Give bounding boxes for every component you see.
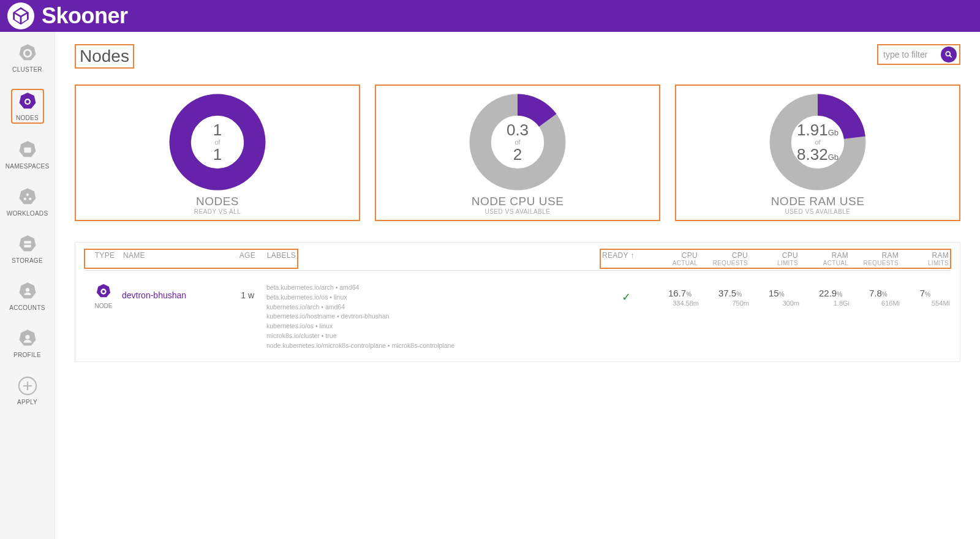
- cpu-limits: 15%300m: [749, 283, 799, 307]
- th-name[interactable]: NAME: [123, 251, 216, 266]
- svg-point-9: [25, 335, 29, 339]
- logo[interactable]: Skooner: [7, 2, 128, 29]
- cpu-requests: 37.5%750m: [699, 283, 749, 307]
- metric-card-ram: 1.91Gb of 8.32Gb NODE RAM USE USED VS AV…: [675, 85, 960, 221]
- node-icon: [95, 283, 112, 300]
- workload-icon: [17, 187, 38, 208]
- sidebar-item-apply[interactable]: APPLY: [11, 374, 44, 407]
- ram-actual: 22.9%1.8Gi: [799, 283, 850, 307]
- th-ready[interactable]: READY ↑: [602, 251, 647, 266]
- profile-icon: [17, 328, 38, 349]
- node-icon: [17, 91, 38, 112]
- svg-line-14: [949, 55, 951, 57]
- sidebar-item-namespaces[interactable]: NAMESPACES: [11, 138, 44, 171]
- card-title: NODE RAM USE: [771, 195, 865, 208]
- filter-search-button[interactable]: [941, 47, 957, 62]
- th-ram-limits[interactable]: RAMLIMITS: [899, 251, 949, 266]
- table-header: TYPE NAME AGE LABELS READY ↑ CPUACTUAL C…: [85, 251, 950, 271]
- th-ram-requests[interactable]: RAMREQUESTS: [848, 251, 899, 266]
- svg-rect-6: [24, 241, 31, 243]
- th-age[interactable]: AGE: [216, 251, 255, 266]
- sidebar-item-accounts[interactable]: ACCOUNTS: [11, 280, 44, 312]
- th-cpu-requests[interactable]: CPUREQUESTS: [698, 251, 748, 266]
- table-row: NODE devtron-bhushan 1 w beta.kubernetes…: [85, 283, 950, 350]
- node-name-link[interactable]: devtron-bhushan: [122, 283, 215, 300]
- account-icon: [17, 281, 38, 302]
- node-age: 1 w: [215, 283, 254, 300]
- card-subtitle: USED VS AVAILABLE: [484, 208, 550, 215]
- th-type[interactable]: TYPE: [86, 251, 123, 266]
- sidebar: CLUSTER NODES NAMESPACES WORKLOADS: [0, 32, 55, 539]
- donut-cpu: 0.3 of 2: [469, 93, 567, 191]
- storage-icon: [17, 234, 38, 255]
- th-ram-actual[interactable]: RAMACTUAL: [798, 251, 848, 266]
- cpu-actual: 16.7%334.58m: [649, 283, 699, 307]
- card-title: NODE CPU USE: [472, 195, 564, 208]
- donut-nodes: 1 of 1: [168, 93, 266, 191]
- filter-box: [877, 44, 960, 65]
- ram-limits: 7%554Mi: [900, 283, 950, 307]
- namespace-icon: [17, 140, 38, 160]
- metric-cards: 1 of 1 NODES READY VS ALL 0.3: [75, 85, 960, 221]
- page-title: Nodes: [75, 44, 134, 69]
- sidebar-item-profile[interactable]: PROFILE: [11, 327, 44, 360]
- node-type: NODE: [85, 283, 122, 309]
- card-subtitle: USED VS AVAILABLE: [785, 208, 850, 215]
- card-subtitle: READY VS ALL: [194, 208, 241, 215]
- svg-point-1: [26, 100, 29, 104]
- main-content: Nodes 1 of 1: [55, 32, 980, 539]
- filter-input[interactable]: [883, 50, 937, 59]
- svg-point-13: [946, 51, 950, 56]
- app-name: Skooner: [42, 3, 128, 29]
- svg-point-3: [26, 194, 28, 196]
- plus-icon: [17, 375, 38, 396]
- donut-ram: 1.91Gb of 8.32Gb: [769, 93, 867, 191]
- metric-card-cpu: 0.3 of 2 NODE CPU USE USED VS AVAILABLE: [375, 85, 660, 221]
- svg-point-22: [102, 290, 105, 293]
- svg-rect-2: [24, 148, 31, 153]
- app-header: Skooner: [0, 0, 980, 32]
- svg-point-8: [25, 288, 29, 292]
- svg-point-4: [23, 198, 26, 200]
- node-labels: beta.kubernetes.io/arch • amd64 beta.kub…: [254, 283, 519, 350]
- nodes-table: TYPE NAME AGE LABELS READY ↑ CPUACTUAL C…: [75, 242, 960, 362]
- node-ready: ✓: [603, 283, 649, 304]
- metric-card-nodes: 1 of 1 NODES READY VS ALL: [75, 85, 360, 221]
- th-labels[interactable]: LABELS: [255, 251, 296, 266]
- card-title: NODES: [196, 195, 239, 208]
- sidebar-item-workloads[interactable]: WORKLOADS: [11, 186, 44, 218]
- sidebar-item-nodes[interactable]: NODES: [11, 89, 44, 124]
- svg-point-5: [29, 198, 31, 200]
- ram-requests: 7.8%616Mi: [850, 283, 900, 307]
- th-cpu-actual[interactable]: CPUACTUAL: [647, 251, 698, 266]
- sidebar-item-storage[interactable]: STORAGE: [11, 233, 44, 265]
- svg-rect-7: [24, 245, 31, 247]
- search-icon: [944, 50, 953, 59]
- wheel-icon: [17, 43, 38, 64]
- logo-icon: [7, 2, 34, 29]
- sidebar-item-cluster[interactable]: CLUSTER: [11, 42, 44, 74]
- th-cpu-limits[interactable]: CPULIMITS: [748, 251, 798, 266]
